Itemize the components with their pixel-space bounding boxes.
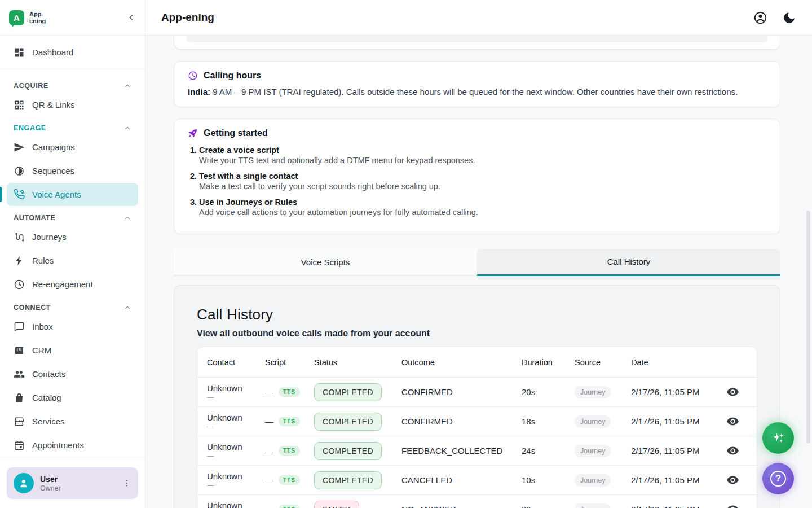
ai-assistant-button[interactable] [762,422,794,454]
chevron-up-icon [123,304,131,312]
user-name: User [40,475,116,484]
rocket-icon [188,128,198,138]
source-badge: Journey [575,445,611,457]
sidebar-item-journeys[interactable]: Journeys [7,225,138,248]
getting-started-step: Use in Journeys or Rules Add voice call … [199,198,766,217]
tab-voice-scripts[interactable]: Voice Scripts [174,249,477,276]
getting-started-title: Getting started [204,128,268,138]
date-value: 2/17/26, 11:05 PM [631,387,725,397]
eye-icon [726,474,739,487]
sidebar-item-contacts[interactable]: Contacts [7,362,138,386]
eye-icon [726,415,739,428]
eye-icon [726,386,739,398]
dashboard-icon [14,47,25,58]
view-call-button[interactable] [726,415,739,428]
view-call-button[interactable] [726,444,739,457]
sidebar-item-inbox[interactable]: Inbox [7,315,138,338]
getting-started-card: Getting started Create a voice script Wr… [174,119,780,234]
kanban-icon [14,345,25,356]
app-logo[interactable]: A App- ening [9,10,46,25]
status-badge: COMPLETED [314,471,382,489]
section-header-acquire[interactable]: ACQUIRE [7,75,138,93]
contact-sub: — [207,452,265,460]
user-area: User Owner [0,458,145,508]
column-header: Source [575,358,631,367]
account-button[interactable] [753,11,767,25]
sidebar-header: A App- ening [0,0,145,36]
sidebar-item-appointments[interactable]: Appointments [7,433,138,457]
call-history-panel: Call History View all outbound voice cal… [174,285,780,508]
user-card[interactable]: User Owner [7,467,138,499]
duration-value: 24s [522,446,575,456]
user-role: Owner [40,484,116,492]
dark-mode-toggle[interactable] [782,11,796,25]
column-header: Script [265,358,314,367]
clock-icon [188,71,198,81]
column-header: Status [314,358,401,367]
app-logo-text: App- ening [29,11,46,24]
table-row: Unknown — — TTS COMPLETED CONFIRMED 18s … [197,407,757,436]
view-call-button[interactable] [726,503,739,508]
section-header-engage[interactable]: ENGAGE [7,117,138,135]
section-header-connect[interactable]: CONNECT [7,296,138,314]
script-value: — [265,387,273,397]
dots-vertical-icon[interactable] [122,479,131,488]
sidebar-item-sequences[interactable]: Sequences [7,159,138,182]
top-header: App-ening [145,0,812,36]
sparkles-icon [771,431,785,445]
sidebar-item-dashboard[interactable]: Dashboard [7,41,138,64]
divider [0,69,145,69]
column-header: Contact [207,358,265,367]
table-row: Unknown — — TTS COMPLETED CONFIRMED 20s … [197,378,757,407]
sidebar: A App- ening Dashboard ACQUIRE QR & Link… [0,0,145,508]
sidebar-item-re-engagement[interactable]: Re-engagement [7,273,138,296]
view-call-button[interactable] [726,474,739,487]
person-icon [17,477,30,489]
tts-badge: TTS [279,417,300,426]
tts-badge: TTS [279,505,300,508]
view-call-button[interactable] [726,386,739,398]
contact-name: Unknown [207,471,265,481]
eye-icon [726,444,739,457]
source-badge: Journey [575,474,611,487]
scrollbar-thumb[interactable] [806,211,810,443]
sidebar-item-qr-links[interactable]: QR & Links [7,93,138,116]
status-badge: COMPLETED [314,442,382,460]
script-value: — [265,505,273,508]
call-history-table: ContactScriptStatusOutcomeDurationSource… [197,347,757,508]
column-header: Outcome [401,358,522,367]
help-button[interactable]: ? [762,463,794,494]
moon-icon [782,11,796,25]
sidebar-collapse-button[interactable] [127,13,136,22]
script-value: — [265,475,273,485]
duration-value: 30s [522,505,575,508]
contact-name: Unknown [207,442,265,452]
contact-name: Unknown [207,501,265,508]
source-badge: Journey [575,386,611,398]
page-title: App-ening [161,11,214,24]
status-badge: COMPLETED [314,383,382,401]
sidebar-item-services[interactable]: Services [7,410,138,433]
main-content: Calling hours India: 9 AM – 9 PM IST (TR… [145,36,812,508]
sidebar-item-campaigns[interactable]: Campaigns [7,135,138,159]
getting-started-step: Test with a single contact Make a test c… [199,172,766,191]
tts-badge: TTS [279,446,300,456]
eye-icon [726,503,739,508]
bag-icon [14,392,25,404]
outcome-value: CONFIRMED [401,387,522,397]
tab-call-history[interactable]: Call History [477,249,780,276]
section-header-automate[interactable]: AUTOMATE [7,207,138,225]
sidebar-item-catalog[interactable]: Catalog [7,386,138,409]
contact-name: Unknown [207,383,265,393]
sidebar-item-voice-agents[interactable]: Voice Agents [7,183,138,206]
user-avatar [14,473,34,493]
sequences-icon [14,165,25,177]
contact-sub: — [207,481,265,489]
table-row: Unknown — — TTS FAILED NO_ANSWER 30s Jou… [197,495,757,508]
duration-value: 20s [522,387,575,397]
source-badge: Journey [575,415,611,428]
qr-code-icon [14,99,25,111]
sidebar-item-rules[interactable]: Rules [7,249,138,272]
sidebar-item-crm[interactable]: CRM [7,339,138,362]
lightning-icon [14,255,25,266]
